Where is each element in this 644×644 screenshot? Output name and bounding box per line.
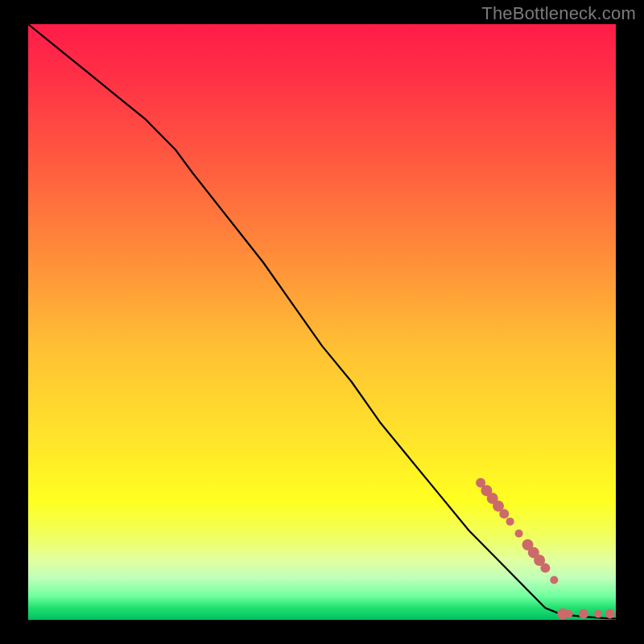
data-marker: [499, 509, 509, 518]
chart-svg-layer: [28, 24, 616, 620]
data-marker: [579, 609, 588, 619]
data-marker: [540, 564, 550, 573]
data-marker: [506, 518, 514, 526]
data-marker: [550, 576, 558, 584]
data-marker: [605, 609, 615, 619]
chart-plot-area: [28, 24, 616, 620]
data-marker: [565, 610, 573, 618]
data-marker: [594, 610, 602, 618]
marker-group: [476, 478, 615, 620]
data-marker: [515, 530, 523, 538]
watermark-text: TheBottleneck.com: [481, 3, 636, 24]
bottleneck-curve-path: [28, 24, 616, 619]
